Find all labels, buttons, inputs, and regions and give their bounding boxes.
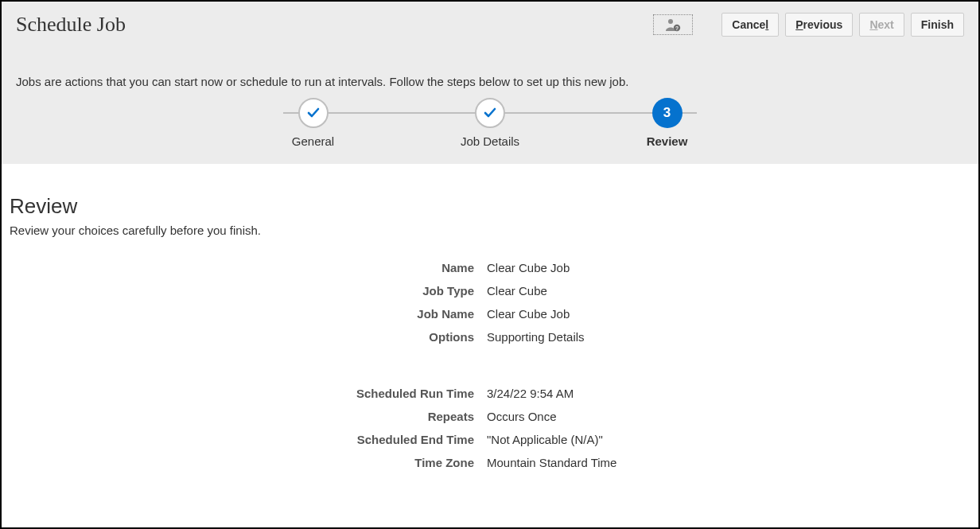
header-buttons: ? Cancel Previous Next Finish [653, 13, 964, 37]
check-icon [482, 105, 498, 121]
wizard-step-job-details[interactable]: Job Details [445, 98, 536, 148]
field-label: Name [10, 261, 487, 274]
help-icon-box[interactable]: ? [653, 14, 693, 35]
field-row-job-name: Job Name Clear Cube Job [10, 302, 970, 325]
field-value: "Not Applicable (N/A)" [487, 433, 603, 446]
step-label: Review [647, 134, 688, 148]
field-row-job-type: Job Type Clear Cube [10, 279, 970, 302]
top-row: Schedule Job ? Cancel [16, 13, 964, 37]
field-value: Clear Cube [487, 284, 547, 298]
field-row-time-zone: Time Zone Mountain Standard Time [10, 451, 970, 474]
field-row-name: Name Clear Cube Job [10, 256, 970, 279]
step-circle-done [475, 98, 505, 128]
field-row-scheduled-end-time: Scheduled End Time "Not Applicable (N/A)… [10, 428, 970, 451]
field-value: Supporting Details [487, 330, 585, 344]
field-label: Scheduled End Time [10, 433, 487, 446]
finish-button[interactable]: Finish [911, 13, 964, 37]
review-group-2: Scheduled Run Time 3/24/22 9:54 AM Repea… [10, 382, 970, 474]
page-title: Schedule Job [16, 13, 126, 37]
review-subtitle: Review your choices carefully before you… [10, 224, 970, 237]
field-label: Job Type [10, 284, 487, 298]
field-value: 3/24/22 9:54 AM [487, 387, 574, 400]
wizard-stepper: General Job Details 3 Review [16, 98, 964, 148]
review-group-1: Name Clear Cube Job Job Type Clear Cube … [10, 256, 970, 348]
step-circle-done [298, 98, 329, 128]
field-label: Options [10, 330, 487, 344]
field-label: Time Zone [10, 456, 487, 469]
step-label: Job Details [461, 134, 519, 148]
field-row-scheduled-run-time: Scheduled Run Time 3/24/22 9:54 AM [10, 382, 970, 405]
field-value: Clear Cube Job [487, 261, 570, 274]
help-person-icon: ? [665, 18, 681, 32]
review-title: Review [10, 194, 970, 219]
schedule-job-window: Schedule Job ? Cancel [0, 0, 980, 529]
next-button: Next [859, 13, 904, 37]
field-label: Scheduled Run Time [10, 387, 487, 400]
step-label: General [292, 134, 334, 148]
header-band: Schedule Job ? Cancel [2, 2, 978, 164]
field-label: Repeats [10, 410, 487, 423]
wizard-step-review[interactable]: 3 Review [621, 98, 713, 148]
field-value: Clear Cube Job [487, 307, 570, 321]
wizard-track: General Job Details 3 Review [267, 98, 713, 148]
field-row-repeats: Repeats Occurs Once [10, 405, 970, 428]
field-row-options: Options Supporting Details [10, 325, 970, 348]
cancel-button[interactable]: Cancel [721, 13, 779, 37]
review-section: Review Review your choices carefully bef… [2, 164, 978, 482]
field-label: Job Name [10, 307, 487, 321]
svg-point-0 [668, 19, 673, 24]
check-icon [305, 105, 321, 121]
svg-text:?: ? [675, 25, 679, 31]
step-circle-active: 3 [652, 98, 682, 128]
intro-text: Jobs are actions that you can start now … [16, 75, 964, 88]
field-value: Mountain Standard Time [487, 456, 616, 469]
previous-button[interactable]: Previous [785, 13, 853, 37]
row-gap [10, 348, 970, 368]
field-value: Occurs Once [487, 410, 557, 423]
wizard-step-general[interactable]: General [267, 98, 359, 148]
